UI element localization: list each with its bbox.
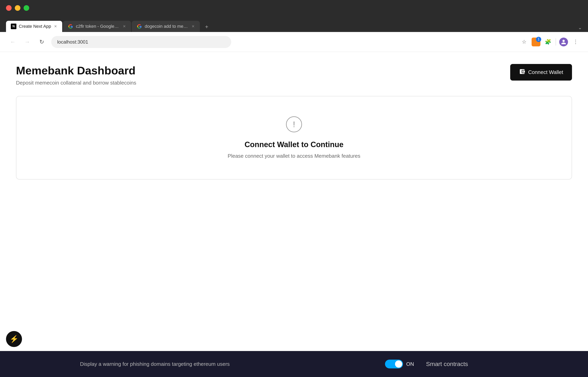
tab-label-1: Create Next App <box>19 24 51 29</box>
tab-create-next-app[interactable]: N Create Next App ✕ <box>6 21 62 32</box>
menu-button[interactable]: ⋮ <box>571 38 580 46</box>
tab-close-3[interactable]: ✕ <box>191 24 195 28</box>
toggle-knob <box>395 360 402 368</box>
url-text: localhost:3001 <box>57 39 88 45</box>
tab-label-3: dogecoin add to metamask - <box>144 24 189 29</box>
close-button[interactable] <box>6 5 12 11</box>
menu-dots-icon: ⋮ <box>573 39 578 45</box>
bottom-overlay: Display a warning for phishing domains t… <box>0 351 588 377</box>
url-bar[interactable]: localhost:3001 <box>51 36 231 48</box>
forward-button[interactable]: → <box>22 37 32 47</box>
reload-icon: ↻ <box>39 39 44 45</box>
bookmark-button[interactable]: ☆ <box>520 38 528 46</box>
header-text: Memebank Dashboard Deposit memecoin coll… <box>16 64 136 86</box>
address-bar: ← → ↻ localhost:3001 ☆ 1 🧩 <box>0 32 588 52</box>
overlay-description: Display a warning for phishing domains t… <box>80 361 230 367</box>
tab-close-1[interactable]: ✕ <box>53 24 57 28</box>
alert-icon: ! <box>293 120 295 128</box>
tab-google-search[interactable]: c2flr token - Google Search ✕ <box>63 21 131 32</box>
extension-badge: 1 <box>536 37 541 42</box>
alert-circle: ! <box>286 116 302 132</box>
tab-favicon-1: N <box>11 24 16 29</box>
tab-favicon-3 <box>137 24 142 29</box>
back-icon: ← <box>10 39 16 45</box>
tab-close-2[interactable]: ✕ <box>122 24 126 28</box>
maximize-button[interactable] <box>24 5 29 11</box>
minimize-button[interactable] <box>15 5 20 11</box>
empty-state-card: ! Connect Wallet to Continue Please conn… <box>16 96 572 179</box>
new-tab-button[interactable]: + <box>202 22 211 31</box>
back-button[interactable]: ← <box>8 37 18 47</box>
tabs-bar: N Create Next App ✕ c2flr token - Google… <box>0 16 588 32</box>
browser-chrome: N Create Next App ✕ c2flr token - Google… <box>0 0 588 32</box>
metamask-extension-icon[interactable]: 1 <box>532 38 540 46</box>
empty-state-title: Connect Wallet to Continue <box>245 140 344 149</box>
avatar <box>559 38 568 46</box>
toolbar-right: ☆ 1 🧩 <box>520 38 580 46</box>
traffic-lights <box>6 5 29 11</box>
page-subtitle: Deposit memecoin collateral and borrow s… <box>16 80 136 86</box>
connect-wallet-button[interactable]: Connect Wallet <box>510 64 572 81</box>
puzzle-icon: 🧩 <box>545 39 551 45</box>
forward-icon: → <box>24 39 30 45</box>
wallet-icon <box>519 68 525 76</box>
tab-overflow-button[interactable]: ⌄ <box>578 25 582 30</box>
tab-favicon-2 <box>68 24 73 29</box>
profile-button[interactable] <box>559 38 568 46</box>
page-content: Memebank Dashboard Deposit memecoin coll… <box>0 52 588 377</box>
tab-dogecoin[interactable]: dogecoin add to metamask - ✕ <box>132 21 200 32</box>
extensions-button[interactable]: 🧩 <box>544 38 552 46</box>
smart-contracts-label: Smart contracts <box>426 361 468 367</box>
star-icon: ☆ <box>522 39 526 45</box>
toolbar-divider <box>556 38 556 46</box>
title-bar <box>0 0 588 16</box>
reload-button[interactable]: ↻ <box>37 37 46 47</box>
connect-wallet-label: Connect Wallet <box>528 69 563 75</box>
page-title: Memebank Dashboard <box>16 64 136 77</box>
toggle-switch[interactable] <box>385 360 403 368</box>
toggle-container: ON <box>385 360 414 368</box>
page-header: Memebank Dashboard Deposit memecoin coll… <box>16 64 572 86</box>
tab-label-2: c2flr token - Google Search <box>76 24 120 29</box>
toggle-state-label: ON <box>406 361 414 367</box>
lightning-icon: ⚡ <box>10 335 19 343</box>
empty-state-subtitle: Please connect your wallet to access Mem… <box>228 153 360 159</box>
lightning-fab[interactable]: ⚡ <box>6 331 22 347</box>
